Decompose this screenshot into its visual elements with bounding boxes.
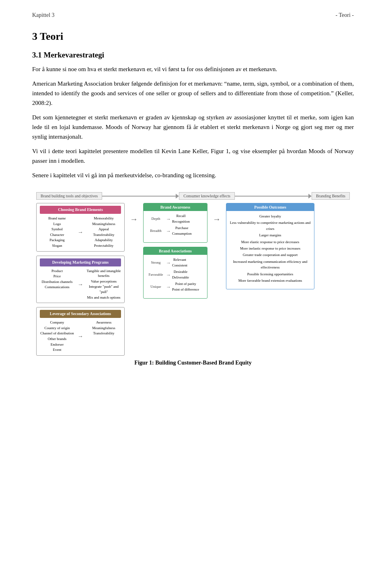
section-title: 3.1 Merkevarestrategi xyxy=(32,51,354,59)
assoc-strong-row: Strong → Relevant Consistent xyxy=(147,257,204,268)
box-developing-marketing-content: Product Price Distribution channels Comm… xyxy=(40,268,121,301)
flow-arrow-1 xyxy=(176,194,179,199)
left-column: Choosing Brand Elements Brand name Logo … xyxy=(36,203,125,356)
box-possible-outcomes-header: Possible Outcomes xyxy=(226,203,314,211)
box-col-left-1: Brand name Logo Symbol Character Packagi… xyxy=(40,216,74,249)
box-col-right-3: Awareness Meaningfulness Transferability xyxy=(86,320,121,353)
diagram: Choosing Brand Elements Brand name Logo … xyxy=(36,203,350,356)
awareness-breadth-row: Breadth → Purchase Consumption xyxy=(147,225,204,236)
flow-arrow-container: Brand building tools and objectives Cons… xyxy=(36,192,350,200)
box-col-right-2: Tangible and intangible benefits Value p… xyxy=(86,268,121,301)
box-choosing-brand: Choosing Brand Elements Brand name Logo … xyxy=(36,203,125,252)
box-developing-marketing: Developing Marketing Programs Product Pr… xyxy=(36,256,125,303)
page-header: Kapittel 3 - Teori - xyxy=(32,12,354,18)
box-choosing-brand-header: Choosing Brand Elements xyxy=(40,206,121,214)
box-brand-awareness: Brand Awareness Depth → Recall Recogniti… xyxy=(143,203,207,243)
box-brand-associations-body: Strong → Relevant Consistent Favorable → xyxy=(144,255,207,296)
box-choosing-brand-content: Brand name Logo Symbol Character Packagi… xyxy=(40,216,121,249)
figure-container: Brand building tools and objectives Cons… xyxy=(32,192,354,366)
box-leverage-secondary-content: Company Country of origin Channel of dis… xyxy=(40,320,121,353)
header-left: Kapittel 3 xyxy=(32,12,55,18)
chapter-title: 3 Teori xyxy=(32,31,354,43)
flow-label-3: Branding Benefits xyxy=(312,192,350,200)
box-col-right-1: Memorability Meaningfulness Appeal Trans… xyxy=(86,216,121,249)
mid-right-arrow: → xyxy=(211,203,223,223)
figure-caption: Figur 1: Building Customer-Based Brand E… xyxy=(32,360,354,366)
box-brand-associations: Brand Associations Strong → Relevant Con… xyxy=(143,247,207,299)
header-right: - Teori - xyxy=(336,12,354,18)
box-possible-outcomes: Possible Outcomes Greater loyalty Less v… xyxy=(226,203,314,289)
flow-label-1: Brand building tools and objectives xyxy=(36,192,102,200)
flow-label-2: Consumer knowledge effects xyxy=(179,192,234,200)
box-col-left-2: Product Price Distribution channels Comm… xyxy=(40,268,74,301)
paragraph-3: Det som kjennetegner et sterkt merkenavn… xyxy=(32,113,354,141)
right-column: Possible Outcomes Greater loyalty Less v… xyxy=(226,203,314,289)
box-leverage-secondary-header: Leverage of Secondary Associations xyxy=(40,310,121,318)
paragraph-1: For å kunne si noe om hva et sterkt merk… xyxy=(32,64,354,74)
diagram-body: Choosing Brand Elements Brand name Logo … xyxy=(36,203,350,356)
box-possible-outcomes-body: Greater loyalty Less vulnerability to co… xyxy=(226,211,314,287)
page: Kapittel 3 - Teori - 3 Teori 3.1 Merkeva… xyxy=(0,0,386,588)
flow-line-2 xyxy=(235,196,308,197)
box-col-left-3: Company Country of origin Channel of dis… xyxy=(40,320,74,353)
paragraph-6: Senere i kapittelet vil vi gå inn på mer… xyxy=(32,170,354,180)
assoc-unique-row: Unique → Point of parity Point of differ… xyxy=(147,281,204,292)
mid-column: Brand Awareness Depth → Recall Recogniti… xyxy=(143,203,207,299)
paragraph-2: American Marketing Association bruker fø… xyxy=(32,79,354,108)
awareness-depth-row: Depth → Recall Recognition xyxy=(147,213,204,224)
assoc-favorable-row: Favorable → Desirable Deliverable xyxy=(147,269,204,280)
flow-arrow-2 xyxy=(308,194,312,199)
box-brand-awareness-body: Depth → Recall Recognition Breadth → xyxy=(144,211,207,240)
paragraph-5: Vi vil i dette teori kapittelet presente… xyxy=(32,146,354,166)
box-brand-awareness-header: Brand Awareness xyxy=(144,203,207,211)
flow-line-1 xyxy=(102,196,176,197)
left-mid-arrow: → xyxy=(128,203,140,223)
box-developing-marketing-header: Developing Marketing Programs xyxy=(40,258,121,266)
box-leverage-secondary: Leverage of Secondary Associations Compa… xyxy=(36,307,125,356)
box-brand-associations-header: Brand Associations xyxy=(144,247,207,255)
